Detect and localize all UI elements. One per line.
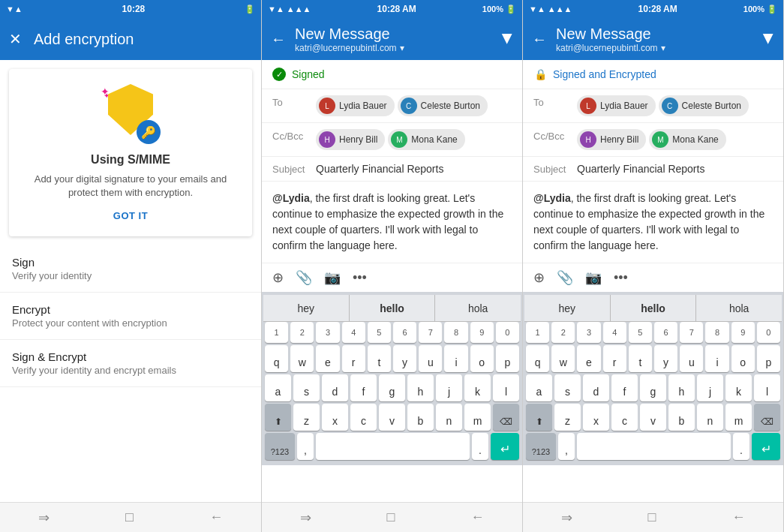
key-0-3[interactable]: 0 [757,322,780,343]
close-icon[interactable]: ✕ [9,30,22,48]
key-l-2[interactable]: l [493,374,519,401]
key-u-2[interactable]: u [419,345,442,372]
add-icon-2[interactable]: ⊕ [272,269,284,286]
key-x-3[interactable]: x [583,404,609,431]
more-icon-2[interactable]: ••• [353,270,367,286]
key-g-2[interactable]: g [379,374,405,401]
key-backspace-3[interactable]: ⌫ [754,404,780,431]
key-0-2[interactable]: 0 [496,322,519,343]
key-d-3[interactable]: d [583,374,609,401]
attach-icon-2[interactable]: 📎 [296,269,312,286]
key-n-2[interactable]: n [436,404,462,431]
key-d-2[interactable]: d [322,374,348,401]
nav-recent-apps-1[interactable]: ⇒ [38,509,50,526]
nav-back-3[interactable]: ← [731,509,745,525]
add-icon-3[interactable]: ⊕ [533,269,545,286]
key-r-3[interactable]: r [603,345,626,372]
encrypt-option[interactable]: Encrypt Protect your content with encryp… [0,293,261,340]
chip-mona-3[interactable]: M Mona Kane [649,129,725,150]
key-h-2[interactable]: h [407,374,434,401]
key-shift-2[interactable]: ⬆ [265,404,291,431]
nav-recent-apps-2[interactable]: ⇒ [300,509,311,526]
key-123-2[interactable]: ?123 [265,433,295,460]
email-body-3[interactable]: @Lydia, the first draft is looking great… [523,182,783,263]
key-v-3[interactable]: v [640,404,666,431]
key-5-3[interactable]: 5 [629,322,652,343]
chip-mona-2[interactable]: M Mona Kane [388,129,464,150]
key-enter-2[interactable]: ↵ [491,433,519,460]
key-3-3[interactable]: 3 [577,322,600,343]
key-1-2[interactable]: 1 [265,322,288,343]
key-z-3[interactable]: z [554,404,581,431]
nav-back-1[interactable]: ← [209,509,223,525]
key-comma-3[interactable]: , [558,433,575,460]
key-backspace-2[interactable]: ⌫ [493,404,519,431]
subject-text-3[interactable]: Quarterly Financial Reports [577,163,704,175]
key-s-3[interactable]: s [554,374,581,401]
key-b-2[interactable]: b [407,404,434,431]
key-m-3[interactable]: m [725,404,752,431]
key-9-3[interactable]: 9 [731,322,755,343]
back-icon-2[interactable]: ← [271,31,286,48]
nav-back-2[interactable]: ← [470,509,484,525]
chip-celeste-2[interactable]: C Celeste Burton [398,95,488,116]
key-shift-3[interactable]: ⬆ [526,404,552,431]
key-v-2[interactable]: v [379,404,405,431]
key-e-2[interactable]: e [316,345,339,372]
key-k-2[interactable]: k [464,374,491,401]
nav-recent-apps-3[interactable]: ⇒ [561,509,572,526]
key-k-3[interactable]: k [725,374,752,401]
key-c-2[interactable]: c [350,404,377,431]
key-n-3[interactable]: n [697,404,723,431]
chip-henry-3[interactable]: H Henry Bill [577,129,646,150]
key-9-2[interactable]: 9 [470,322,494,343]
chevron-down-icon-3[interactable]: ▾ [661,43,665,53]
suggestion-hey-3[interactable]: hey [524,295,611,321]
email-body-2[interactable]: @Lydia, the first draft is looking great… [262,182,522,263]
key-period-2[interactable]: . [472,433,488,460]
key-m-2[interactable]: m [464,404,491,431]
camera-icon-3[interactable]: 📷 [585,269,602,286]
nav-home-3[interactable]: □ [648,509,656,525]
key-2-3[interactable]: 2 [551,322,575,343]
key-8-2[interactable]: 8 [444,322,467,343]
key-g-3[interactable]: g [640,374,666,401]
key-t-3[interactable]: t [629,345,652,372]
key-4-3[interactable]: 4 [603,322,626,343]
send-icon-3[interactable]: ▶ [761,34,777,44]
subject-text-2[interactable]: Quarterly Financial Reports [316,163,443,175]
key-i-2[interactable]: i [444,345,467,372]
key-123-3[interactable]: ?123 [526,433,556,460]
suggestion-hola-2[interactable]: hola [435,295,521,321]
key-z-2[interactable]: z [293,404,320,431]
key-7-2[interactable]: 7 [419,322,442,343]
suggestion-hello-3[interactable]: hello [611,295,697,321]
key-p-3[interactable]: p [757,345,780,372]
key-o-3[interactable]: o [731,345,755,372]
key-l-3[interactable]: l [754,374,780,401]
camera-icon-2[interactable]: 📷 [324,269,341,286]
key-5-2[interactable]: 5 [368,322,391,343]
key-s-2[interactable]: s [293,374,320,401]
sign-option[interactable]: Sign Verify your identity [0,245,261,293]
sign-encrypt-option[interactable]: Sign & Encrypt Verify your identity and … [0,340,261,387]
chevron-down-icon-2[interactable]: ▾ [400,43,404,53]
nav-home-1[interactable]: □ [125,509,134,525]
chip-henry-2[interactable]: H Henry Bill [316,129,385,150]
key-period-3[interactable]: . [733,433,749,460]
suggestion-hey-2[interactable]: hey [263,295,350,321]
key-f-3[interactable]: f [611,374,638,401]
key-w-3[interactable]: w [551,345,575,372]
key-h-3[interactable]: h [668,374,695,401]
key-8-3[interactable]: 8 [705,322,728,343]
key-a-2[interactable]: a [265,374,291,401]
key-j-2[interactable]: j [436,374,462,401]
got-it-button[interactable]: GOT IT [113,210,148,221]
key-space-2[interactable] [316,433,470,460]
key-enter-3[interactable]: ↵ [752,433,780,460]
key-2-2[interactable]: 2 [290,322,314,343]
key-c-3[interactable]: c [611,404,638,431]
key-e-3[interactable]: e [577,345,600,372]
key-space-3[interactable] [577,433,731,460]
key-f-2[interactable]: f [350,374,377,401]
